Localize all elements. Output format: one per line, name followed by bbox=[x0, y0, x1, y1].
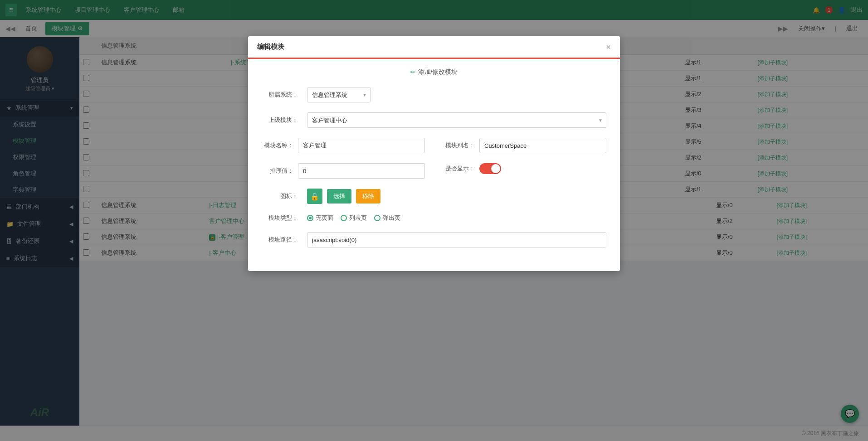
select-system[interactable]: 信息管理系统 bbox=[307, 87, 371, 102]
radio-dot-list-page bbox=[341, 215, 347, 221]
form-half-display: 是否显示： bbox=[443, 163, 606, 174]
edit-icon: ✏ bbox=[410, 68, 416, 76]
label-parent: 上级模块： bbox=[262, 116, 298, 124]
radio-list-page[interactable]: 列表页 bbox=[341, 214, 367, 222]
label-path: 模块路径： bbox=[262, 236, 298, 244]
toggle-display[interactable] bbox=[479, 163, 501, 174]
form-row-type: 模块类型： 无页面 列表页 弹出页 bbox=[262, 214, 606, 222]
select-system-wrapper: 信息管理系统 bbox=[307, 87, 371, 102]
radio-label-list-page: 列表页 bbox=[349, 214, 367, 222]
form-row-sort-display: 排序值： 是否显示： bbox=[262, 163, 606, 179]
input-module-alias[interactable] bbox=[479, 138, 606, 153]
radio-no-page[interactable]: 无页面 bbox=[307, 214, 333, 222]
radio-label-no-page: 无页面 bbox=[316, 214, 333, 222]
modal: 编辑模块 × ✏ 添加/修改模块 所属系统： 信息管理系统 上级模块： bbox=[248, 36, 620, 271]
label-icon: 图标： bbox=[262, 192, 298, 200]
form-row-icon: 图标： 🔒 选择 移除 bbox=[262, 189, 606, 204]
label-name: 模块名称： bbox=[262, 141, 293, 150]
label-system: 所属系统： bbox=[262, 91, 298, 99]
icon-preview: 🔒 选择 移除 bbox=[307, 189, 380, 204]
radio-label-popup-page: 弹出页 bbox=[383, 214, 400, 222]
select-parent[interactable]: 客户管理中心 bbox=[307, 112, 606, 128]
radio-dot-no-page bbox=[307, 215, 313, 221]
toggle-knob bbox=[491, 164, 500, 173]
icon-preview-box: 🔒 bbox=[307, 189, 322, 204]
modal-header: 编辑模块 × bbox=[248, 36, 620, 59]
input-sort[interactable] bbox=[298, 163, 425, 179]
form-row-name-alias: 模块名称： 模块别名： bbox=[262, 138, 606, 153]
modal-section-label: 添加/修改模块 bbox=[418, 68, 458, 76]
label-alias: 模块别名： bbox=[443, 141, 475, 150]
modal-section-title: ✏ 添加/修改模块 bbox=[262, 68, 606, 76]
select-parent-wrapper: 客户管理中心 bbox=[307, 112, 606, 128]
form-half-sort: 排序值： bbox=[262, 163, 425, 179]
form-row-path: 模块路径： bbox=[262, 232, 606, 247]
modal-body: ✏ 添加/修改模块 所属系统： 信息管理系统 上级模块： 客户管理中心 bbox=[248, 59, 620, 271]
modal-title: 编辑模块 bbox=[257, 43, 284, 51]
input-module-path[interactable] bbox=[307, 232, 606, 247]
label-type: 模块类型： bbox=[262, 214, 298, 222]
form-half-alias: 模块别名： bbox=[443, 138, 606, 153]
label-display: 是否显示： bbox=[443, 165, 475, 173]
modal-close-btn[interactable]: × bbox=[606, 43, 611, 51]
form-row-parent: 上级模块： 客户管理中心 bbox=[262, 112, 606, 128]
modal-overlay: 编辑模块 × ✏ 添加/修改模块 所属系统： 信息管理系统 上级模块： bbox=[0, 0, 868, 441]
label-sort: 排序值： bbox=[262, 167, 293, 175]
radio-popup-page[interactable]: 弹出页 bbox=[374, 214, 400, 222]
form-half-name: 模块名称： bbox=[262, 138, 425, 153]
clear-icon-btn[interactable]: 移除 bbox=[356, 189, 380, 204]
select-icon-btn[interactable]: 选择 bbox=[327, 189, 351, 204]
input-module-name[interactable] bbox=[298, 138, 425, 153]
radio-dot-popup-page bbox=[374, 215, 380, 221]
radio-group-type: 无页面 列表页 弹出页 bbox=[307, 214, 400, 222]
form-row-system: 所属系统： 信息管理系统 bbox=[262, 87, 606, 102]
